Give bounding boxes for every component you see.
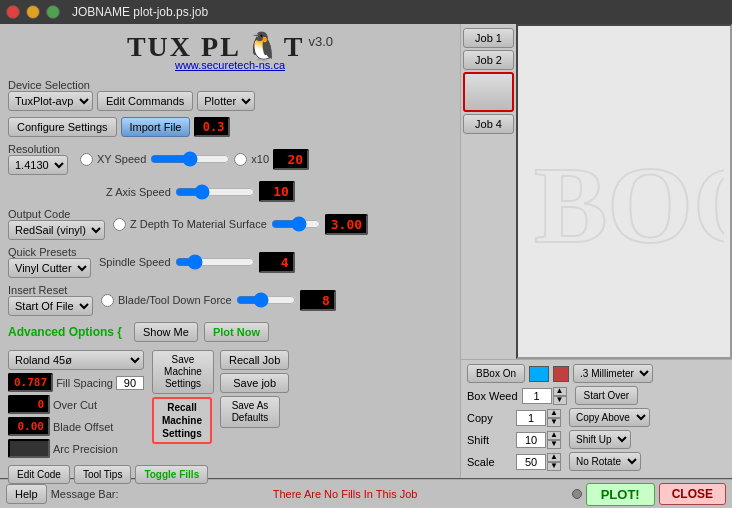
blade-force-slider[interactable]: [236, 292, 296, 308]
fill-column: Roland 45ø 0.787 Fill Spacing 0 Over Cut…: [8, 350, 144, 458]
device-selection-row: Device Selection TuxPlot-avp Edit Comman…: [8, 79, 452, 111]
x10-radio[interactable]: [234, 153, 247, 166]
quick-presets-dropdown[interactable]: Vinyl Cutter: [8, 258, 91, 278]
z-axis-label: Z Axis Speed: [106, 186, 171, 198]
copy-row: Copy ▲ ▼ Copy Above: [467, 408, 726, 427]
preview-svg: BOOM: [524, 112, 724, 272]
advanced-options-label[interactable]: Advanced Options {: [8, 325, 122, 339]
blade-force-led: 8: [300, 290, 336, 311]
over-cut-led: 0: [8, 395, 50, 414]
logo-url[interactable]: www.securetech-ns.ca: [8, 59, 452, 71]
plotter-dropdown[interactable]: Plotter: [197, 91, 255, 111]
z-depth-radio[interactable]: [113, 218, 126, 231]
copy-spinner: ▲ ▼: [516, 409, 561, 427]
job-buttons-column: Job 1 Job 2 Job 4: [461, 24, 516, 359]
tool-row: Edit Code Tool Tips Toggle Fills: [8, 465, 452, 484]
spindle-slider[interactable]: [175, 254, 255, 270]
z-depth-label: Z Depth To Material Surface: [130, 218, 267, 230]
copy-label: Copy: [467, 412, 512, 424]
maximize-btn[interactable]: [46, 5, 60, 19]
job4-button[interactable]: Job 4: [463, 114, 514, 134]
preview-text: BOOM: [534, 144, 724, 266]
box-weed-input[interactable]: [522, 388, 552, 404]
configure-import-row: Configure Settings Import File 0.3: [8, 117, 452, 137]
plot-button[interactable]: PLOT!: [586, 483, 655, 506]
recall-save-column: Recall Job Save job Save As Defaults: [220, 350, 289, 458]
copy-down[interactable]: ▼: [547, 418, 561, 427]
configure-settings-button[interactable]: Configure Settings: [8, 117, 117, 137]
no-rotate-dropdown[interactable]: No Rotate: [569, 452, 641, 471]
edit-code-button[interactable]: Edit Code: [8, 465, 70, 484]
device-selection-dropdown[interactable]: TuxPlot-avp: [8, 91, 93, 111]
bbox-on-button[interactable]: BBox On: [467, 364, 525, 383]
logo-text2: T: [284, 31, 305, 63]
blade-offset-label: Blade Offset: [53, 421, 113, 433]
output-zdepth-row: Output Code RedSail (vinyl) Z Depth To M…: [8, 208, 452, 240]
bbox-row: BBox On .3 Millimeter: [467, 364, 726, 383]
advanced-options-row: Advanced Options { Show Me Plot Now: [8, 322, 452, 342]
insert-reset-dropdown[interactable]: Start Of File: [8, 296, 93, 316]
close-button[interactable]: CLOSE: [659, 483, 726, 505]
machine-model-dropdown[interactable]: Roland 45ø: [8, 350, 144, 370]
job1-button[interactable]: Job 1: [463, 28, 514, 48]
fill-spacing-input[interactable]: [116, 376, 144, 390]
shift-label: Shift: [467, 434, 512, 446]
recall-job-button[interactable]: Recall Job: [220, 350, 289, 370]
titlebar: JOBNAME plot-job.ps.job: [0, 0, 732, 24]
job2-button[interactable]: Job 2: [463, 50, 514, 70]
reset-blade-row: Insert Reset Start Of File Blade/Tool Do…: [8, 284, 452, 316]
z-axis-slider[interactable]: [175, 184, 255, 200]
scale-input[interactable]: [516, 454, 546, 470]
xy-speed-slider[interactable]: [150, 151, 230, 167]
box-weed-down[interactable]: ▼: [553, 396, 567, 405]
spindle-led: 4: [259, 252, 295, 273]
minimize-btn[interactable]: [26, 5, 40, 19]
z-axis-row: Z Axis Speed 10: [8, 181, 452, 202]
logo-version: v3.0: [309, 34, 334, 49]
toggle-fills-button[interactable]: Toggle Fills: [135, 465, 208, 484]
start-over-button[interactable]: Start Over: [575, 386, 639, 405]
bbox-gear-icon[interactable]: [553, 366, 569, 382]
quick-presets-label: Quick Presets: [8, 246, 91, 258]
status-message: There Are No Fills In This Job: [123, 488, 568, 500]
shift-spinner: ▲ ▼: [516, 431, 561, 449]
output-code-dropdown[interactable]: RedSail (vinyl): [8, 220, 105, 240]
recall-machine-settings-box[interactable]: Recall Machine Settings: [152, 397, 212, 444]
save-job-button[interactable]: Save job: [220, 373, 289, 393]
plot-now-button[interactable]: Plot Now: [204, 322, 269, 342]
status-dot: [572, 489, 582, 499]
resolution-label: Resolution: [8, 143, 68, 155]
show-me-button[interactable]: Show Me: [134, 322, 198, 342]
scale-down-btn[interactable]: ▼: [547, 462, 561, 471]
xy-speed-label: XY Speed: [97, 153, 146, 165]
copy-input[interactable]: [516, 410, 546, 426]
blade-force-radio[interactable]: [101, 294, 114, 307]
tool-tips-button[interactable]: Tool Tips: [74, 465, 131, 484]
save-as-defaults-button[interactable]: Save As Defaults: [220, 396, 280, 428]
millimeter-dropdown[interactable]: .3 Millimeter: [573, 364, 653, 383]
z-depth-slider[interactable]: [271, 216, 321, 232]
blade-force-label: Blade/Tool Down Force: [118, 294, 232, 306]
copy-above-dropdown[interactable]: Copy Above: [569, 408, 650, 427]
over-cut-label: Over Cut: [53, 399, 97, 411]
box-weed-label: Box Weed: [467, 390, 518, 402]
spindle-label: Spindle Speed: [99, 256, 171, 268]
xy-speed-radio[interactable]: [80, 153, 93, 166]
mid-section: Roland 45ø 0.787 Fill Spacing 0 Over Cut…: [8, 350, 452, 458]
import-file-button[interactable]: Import File: [121, 117, 191, 137]
shift-up-dropdown[interactable]: Shift Up: [569, 430, 631, 449]
close-window-btn[interactable]: [6, 5, 20, 19]
resolution-dropdown[interactable]: 1.4130: [8, 155, 68, 175]
edit-commands-button[interactable]: Edit Commands: [97, 91, 193, 111]
box-weed-spinner: ▲ ▼: [522, 387, 567, 405]
save-machine-settings-button[interactable]: Save Machine Settings: [152, 350, 214, 394]
preview-area: BOOM: [516, 24, 732, 359]
help-button[interactable]: Help: [6, 484, 47, 504]
output-code-label: Output Code: [8, 208, 105, 220]
job3-button[interactable]: [463, 72, 514, 112]
x10-label: x10: [251, 153, 269, 165]
shift-down-btn[interactable]: ▼: [547, 440, 561, 449]
shift-input[interactable]: [516, 432, 546, 448]
z-depth-led: 3.00: [325, 214, 368, 235]
bbox-color-box[interactable]: [529, 366, 549, 382]
